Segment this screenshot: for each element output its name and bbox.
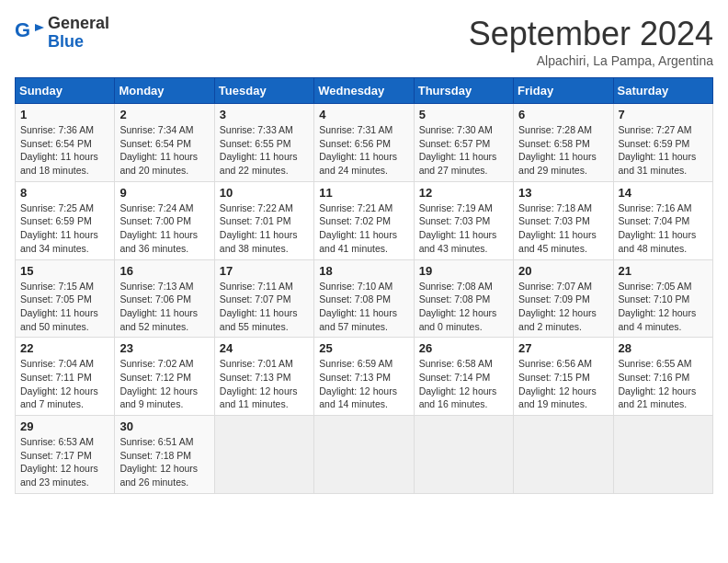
day-number: 5	[419, 108, 508, 121]
day-number: 25	[319, 341, 408, 355]
day-info: Sunrise: 6:59 AMSunset: 7:13 PMDaylight:…	[319, 357, 408, 411]
calendar-cell: 8Sunrise: 7:25 AMSunset: 6:59 PMDaylight…	[16, 181, 115, 259]
svg-marker-1	[35, 24, 44, 31]
day-number: 1	[20, 108, 109, 121]
day-header-tuesday: Tuesday	[214, 78, 313, 104]
day-number: 27	[518, 341, 608, 355]
day-info: Sunrise: 7:16 AMSunset: 7:04 PMDaylight:…	[619, 201, 708, 256]
calendar-cell: 21Sunrise: 7:05 AMSunset: 7:10 PMDayligh…	[613, 259, 712, 338]
calendar-cell: 15Sunrise: 7:15 AMSunset: 7:05 PMDayligh…	[16, 259, 115, 338]
day-number: 18	[319, 264, 408, 278]
calendar-cell: 23Sunrise: 7:02 AMSunset: 7:12 PMDayligh…	[115, 338, 214, 416]
calendar-cell: 7Sunrise: 7:27 AMSunset: 6:59 PMDaylight…	[613, 104, 712, 182]
day-number: 23	[119, 341, 209, 355]
day-number: 7	[619, 108, 708, 121]
calendar-cell: 14Sunrise: 7:16 AMSunset: 7:04 PMDayligh…	[613, 181, 712, 259]
day-info: Sunrise: 7:21 AMSunset: 7:02 PMDaylight:…	[319, 201, 408, 256]
day-header-friday: Friday	[514, 78, 613, 104]
day-info: Sunrise: 6:53 AMSunset: 7:17 PMDaylight:…	[20, 435, 109, 489]
calendar-week-row: 15Sunrise: 7:15 AMSunset: 7:05 PMDayligh…	[16, 259, 713, 338]
page-header: G General Blue September 2024 Alpachiri,…	[15, 15, 713, 68]
calendar-cell: 5Sunrise: 7:30 AMSunset: 6:57 PMDaylight…	[414, 104, 513, 182]
day-info: Sunrise: 7:13 AMSunset: 7:06 PMDaylight:…	[119, 280, 209, 334]
day-info: Sunrise: 7:11 AMSunset: 7:07 PMDaylight:…	[220, 280, 309, 334]
calendar-cell: 17Sunrise: 7:11 AMSunset: 7:07 PMDayligh…	[214, 259, 313, 338]
day-number: 2	[119, 108, 209, 121]
day-info: Sunrise: 7:08 AMSunset: 7:08 PMDaylight:…	[419, 280, 508, 334]
day-info: Sunrise: 7:24 AMSunset: 7:00 PMDaylight:…	[119, 201, 209, 256]
calendar-cell	[214, 416, 313, 494]
month-title: September 2024	[469, 15, 713, 53]
day-number: 8	[20, 186, 109, 200]
day-info: Sunrise: 6:51 AMSunset: 7:18 PMDaylight:…	[119, 435, 209, 489]
location-subtitle: Alpachiri, La Pampa, Argentina	[469, 53, 713, 68]
calendar-cell: 11Sunrise: 7:21 AMSunset: 7:02 PMDayligh…	[314, 181, 414, 259]
day-header-sunday: Sunday	[16, 78, 115, 104]
calendar-cell: 10Sunrise: 7:22 AMSunset: 7:01 PMDayligh…	[214, 181, 313, 259]
day-info: Sunrise: 7:30 AMSunset: 6:57 PMDaylight:…	[419, 123, 508, 178]
logo: G General Blue	[15, 15, 109, 52]
day-info: Sunrise: 7:15 AMSunset: 7:05 PMDaylight:…	[20, 280, 109, 334]
calendar-cell: 16Sunrise: 7:13 AMSunset: 7:06 PMDayligh…	[115, 259, 214, 338]
day-number: 21	[619, 264, 708, 278]
logo-text: General Blue	[48, 15, 109, 52]
day-number: 28	[619, 341, 708, 355]
day-info: Sunrise: 7:01 AMSunset: 7:13 PMDaylight:…	[220, 357, 309, 411]
calendar-week-row: 22Sunrise: 7:04 AMSunset: 7:11 PMDayligh…	[16, 338, 713, 416]
day-info: Sunrise: 7:19 AMSunset: 7:03 PMDaylight:…	[419, 201, 508, 256]
svg-text:G: G	[15, 18, 30, 41]
calendar-cell: 6Sunrise: 7:28 AMSunset: 6:58 PMDaylight…	[514, 104, 613, 182]
calendar-cell: 22Sunrise: 7:04 AMSunset: 7:11 PMDayligh…	[16, 338, 115, 416]
calendar-cell	[613, 416, 712, 494]
day-info: Sunrise: 7:25 AMSunset: 6:59 PMDaylight:…	[20, 201, 109, 256]
calendar-cell: 27Sunrise: 6:56 AMSunset: 7:15 PMDayligh…	[514, 338, 613, 416]
day-info: Sunrise: 7:22 AMSunset: 7:01 PMDaylight:…	[220, 201, 309, 256]
day-number: 14	[619, 186, 708, 200]
calendar-cell: 26Sunrise: 6:58 AMSunset: 7:14 PMDayligh…	[414, 338, 513, 416]
day-info: Sunrise: 7:36 AMSunset: 6:54 PMDaylight:…	[20, 123, 109, 178]
calendar-header-row: SundayMondayTuesdayWednesdayThursdayFrid…	[16, 78, 713, 104]
calendar-cell: 1Sunrise: 7:36 AMSunset: 6:54 PMDaylight…	[16, 104, 115, 182]
day-number: 17	[220, 264, 309, 278]
day-number: 30	[119, 419, 209, 433]
day-number: 10	[220, 186, 309, 200]
day-header-saturday: Saturday	[613, 78, 712, 104]
calendar-cell: 12Sunrise: 7:19 AMSunset: 7:03 PMDayligh…	[414, 181, 513, 259]
day-info: Sunrise: 7:04 AMSunset: 7:11 PMDaylight:…	[20, 357, 109, 411]
calendar-week-row: 1Sunrise: 7:36 AMSunset: 6:54 PMDaylight…	[16, 104, 713, 182]
day-info: Sunrise: 6:58 AMSunset: 7:14 PMDaylight:…	[419, 357, 508, 411]
day-number: 4	[319, 108, 408, 121]
calendar-cell	[414, 416, 513, 494]
day-number: 3	[220, 108, 309, 121]
day-info: Sunrise: 7:05 AMSunset: 7:10 PMDaylight:…	[619, 280, 708, 334]
calendar-cell: 3Sunrise: 7:33 AMSunset: 6:55 PMDaylight…	[214, 104, 313, 182]
day-info: Sunrise: 7:10 AMSunset: 7:08 PMDaylight:…	[319, 280, 408, 334]
day-number: 20	[518, 264, 608, 278]
day-info: Sunrise: 7:34 AMSunset: 6:54 PMDaylight:…	[119, 123, 209, 178]
logo-icon: G	[15, 18, 44, 48]
calendar-cell: 25Sunrise: 6:59 AMSunset: 7:13 PMDayligh…	[314, 338, 414, 416]
calendar-cell: 4Sunrise: 7:31 AMSunset: 6:56 PMDaylight…	[314, 104, 414, 182]
day-info: Sunrise: 7:02 AMSunset: 7:12 PMDaylight:…	[119, 357, 209, 411]
day-header-thursday: Thursday	[414, 78, 513, 104]
calendar-week-row: 8Sunrise: 7:25 AMSunset: 6:59 PMDaylight…	[16, 181, 713, 259]
day-number: 22	[20, 341, 109, 355]
day-number: 24	[220, 341, 309, 355]
day-header-wednesday: Wednesday	[314, 78, 414, 104]
calendar-cell	[314, 416, 414, 494]
calendar-cell: 2Sunrise: 7:34 AMSunset: 6:54 PMDaylight…	[115, 104, 214, 182]
day-header-monday: Monday	[115, 78, 214, 104]
day-number: 13	[518, 186, 608, 200]
calendar-cell: 18Sunrise: 7:10 AMSunset: 7:08 PMDayligh…	[314, 259, 414, 338]
calendar-cell: 13Sunrise: 7:18 AMSunset: 7:03 PMDayligh…	[514, 181, 613, 259]
day-info: Sunrise: 7:31 AMSunset: 6:56 PMDaylight:…	[319, 123, 408, 178]
calendar-table: SundayMondayTuesdayWednesdayThursdayFrid…	[15, 77, 713, 494]
day-info: Sunrise: 7:07 AMSunset: 7:09 PMDaylight:…	[518, 280, 608, 334]
day-number: 6	[518, 108, 608, 121]
calendar-cell: 29Sunrise: 6:53 AMSunset: 7:17 PMDayligh…	[16, 416, 115, 494]
day-number: 15	[20, 264, 109, 278]
calendar-cell: 9Sunrise: 7:24 AMSunset: 7:00 PMDaylight…	[115, 181, 214, 259]
day-number: 12	[419, 186, 508, 200]
day-number: 16	[119, 264, 209, 278]
day-number: 9	[119, 186, 209, 200]
